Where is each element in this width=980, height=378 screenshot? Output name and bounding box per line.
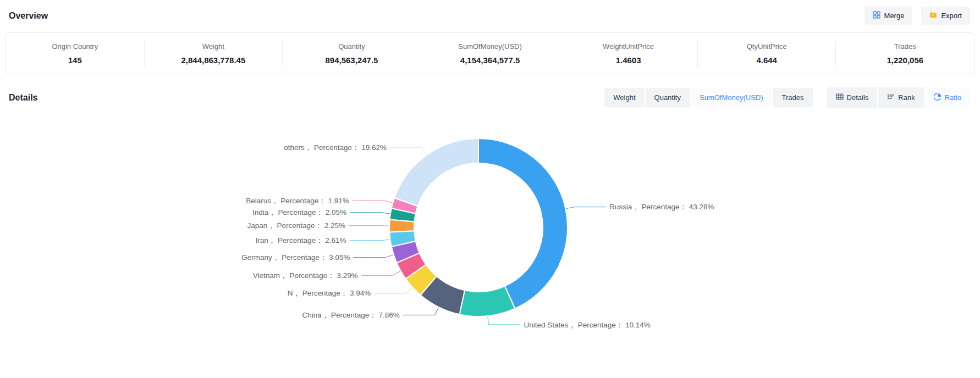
- stat-label: Trades: [836, 42, 974, 51]
- view-switcher: Details Rank Ratio: [827, 87, 970, 108]
- overview-stats-card: Origin Country 145 Weight 2,844,863,778.…: [5, 32, 975, 74]
- pie-label-iran: Iran， Percentage： 2.61%: [256, 236, 346, 244]
- merge-button[interactable]: Merge: [865, 7, 913, 25]
- stat-weight: Weight 2,844,863,778.45: [145, 42, 283, 65]
- donut-chart-svg: Russia， Percentage： 43.28%United States，…: [0, 113, 980, 376]
- stat-origin-country: Origin Country 145: [6, 42, 144, 65]
- label-line-india: [350, 213, 390, 214]
- table-icon: [836, 93, 844, 102]
- export-icon: [929, 11, 937, 20]
- stat-trades: Trades 1,220,056: [836, 42, 974, 65]
- page-title: Overview: [9, 11, 48, 21]
- stat-value: 4.644: [698, 55, 836, 65]
- label-line-n: [374, 288, 412, 293]
- view-details-button[interactable]: Details: [827, 87, 879, 108]
- pie-label-belarus: Belarus， Percentage： 1.91%: [246, 197, 349, 205]
- merge-button-label: Merge: [884, 12, 905, 20]
- pie-slice-russia[interactable]: [478, 138, 568, 309]
- pie-label-japan: Japan， Percentage： 2.25%: [247, 221, 345, 230]
- tab-weight[interactable]: Weight: [604, 88, 645, 107]
- pie-label-others: others， Percentage： 19.62%: [284, 143, 387, 152]
- stat-value: 2,844,863,778.45: [145, 55, 283, 65]
- stat-label: Quantity: [283, 42, 421, 51]
- ratio-donut-chart: Russia， Percentage： 43.28%United States，…: [0, 113, 980, 376]
- label-line-belarus: [353, 201, 393, 203]
- header-buttons: Merge Export: [865, 7, 970, 25]
- pie-label-n: N， Percentage： 3.94%: [288, 289, 371, 297]
- pie-label-germany: Germany， Percentage： 3.05%: [241, 253, 350, 262]
- merge-icon: [873, 11, 880, 20]
- pie-label-united-states: United States， Percentage： 10.14%: [524, 321, 650, 329]
- stat-label: SumOfMoney(USD): [421, 42, 559, 51]
- stat-sum-of-money: SumOfMoney(USD) 4,154,364,577.5: [421, 42, 559, 65]
- metric-tabs: Weight Quantity SumOfMoney(USD) Trades: [604, 88, 812, 107]
- view-ratio-label: Ratio: [945, 93, 961, 102]
- tab-sum-of-money[interactable]: SumOfMoney(USD): [691, 88, 773, 107]
- pie-label-vietnam: Vietnam， Percentage： 3.29%: [253, 271, 358, 280]
- stat-qty-unit-price: QtyUnitPrice 4.644: [698, 42, 836, 65]
- header: Overview Merge Export: [0, 0, 980, 30]
- stat-quantity: Quantity 894,563,247.5: [283, 42, 421, 65]
- stat-value: 4,154,364,577.5: [421, 55, 559, 65]
- pie-slice-others[interactable]: [394, 138, 478, 206]
- stat-weight-unit-price: WeightUnitPrice 1.4603: [559, 42, 697, 65]
- stat-label: Origin Country: [6, 42, 144, 51]
- stat-label: QtyUnitPrice: [698, 42, 836, 51]
- stat-value: 1.4603: [559, 55, 697, 65]
- view-rank-label: Rank: [898, 93, 915, 102]
- label-line-united-states: [488, 316, 521, 325]
- pie-label-india: India， Percentage： 2.05%: [252, 208, 346, 216]
- label-line-china: [403, 308, 439, 315]
- details-title: Details: [9, 93, 604, 103]
- label-line-others: [390, 148, 427, 154]
- view-details-label: Details: [847, 93, 869, 102]
- rank-icon: [887, 93, 895, 102]
- details-header-row: Details Weight Quantity SumOfMoney(USD) …: [0, 87, 980, 108]
- stat-label: Weight: [145, 42, 283, 51]
- label-line-russia: [566, 207, 606, 209]
- pie-icon: [934, 93, 942, 102]
- pie-label-china: China， Percentage： 7.86%: [302, 311, 400, 319]
- tab-quantity[interactable]: Quantity: [646, 88, 691, 107]
- stat-value: 894,563,247.5: [283, 55, 421, 65]
- label-line-iran: [350, 240, 390, 241]
- view-rank-button[interactable]: Rank: [878, 87, 924, 108]
- label-line-vietnam: [361, 271, 400, 275]
- pie-label-russia: Russia， Percentage： 43.28%: [609, 203, 714, 211]
- view-ratio-button[interactable]: Ratio: [925, 87, 970, 108]
- stat-value: 145: [6, 55, 144, 65]
- export-button-label: Export: [941, 12, 962, 20]
- pie-slice-united-states[interactable]: [459, 286, 515, 316]
- export-button[interactable]: Export: [921, 7, 970, 25]
- stat-value: 1,220,056: [836, 55, 974, 65]
- tab-trades[interactable]: Trades: [773, 88, 813, 107]
- stat-label: WeightUnitPrice: [559, 42, 697, 51]
- label-line-germany: [354, 255, 393, 258]
